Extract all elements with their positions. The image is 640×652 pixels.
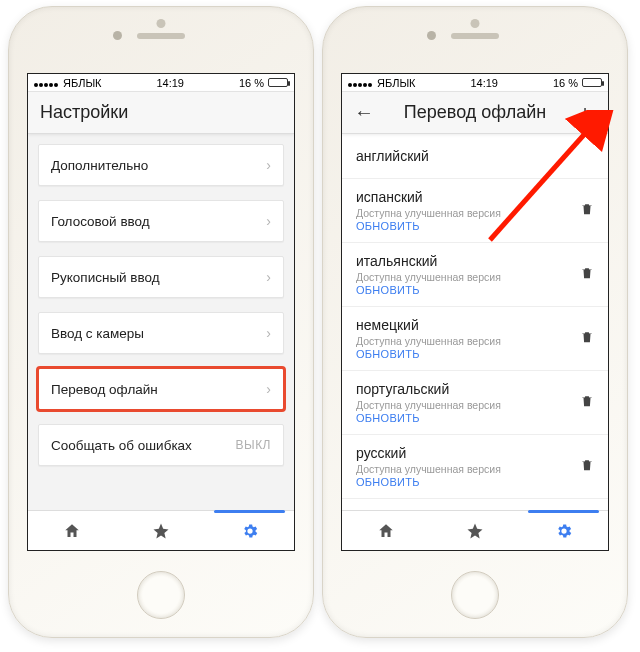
back-arrow-icon[interactable]: ← [354, 101, 376, 124]
home-button[interactable] [451, 571, 499, 619]
lang-item-italian[interactable]: итальянский Доступна улучшенная версия О… [342, 243, 608, 307]
add-language-button[interactable]: ＋ [574, 98, 596, 128]
home-button[interactable] [137, 571, 185, 619]
settings-item-label: Ввод с камеры [51, 326, 144, 341]
phone-left: ЯБЛЫК 14:19 16 % Настройки Дополнительно… [8, 6, 314, 638]
home-icon [63, 522, 81, 540]
settings-item-label: Голосовой ввод [51, 214, 150, 229]
battery-pct: 16 % [239, 77, 264, 89]
chevron-right-icon: › [266, 157, 271, 173]
lang-name: итальянский [356, 253, 501, 269]
nav-favorites[interactable] [431, 511, 520, 550]
settings-item-offline-translate[interactable]: Перевод офлайн › [38, 368, 284, 410]
lang-item-english[interactable]: английский [342, 134, 608, 179]
battery-icon [268, 78, 288, 87]
nav-settings[interactable] [205, 511, 294, 550]
settings-item-label: Сообщать об ошибках [51, 438, 192, 453]
nav-home[interactable] [342, 511, 431, 550]
lang-item-german[interactable]: немецкий Доступна улучшенная версия ОБНО… [342, 307, 608, 371]
signal-dots-icon [348, 77, 373, 89]
lang-name: английский [356, 148, 429, 164]
battery-pct: 16 % [553, 77, 578, 89]
header: Настройки [28, 92, 294, 134]
star-icon [466, 522, 484, 540]
bottom-nav [28, 510, 294, 550]
carrier-label: ЯБЛЫК [377, 77, 416, 89]
gear-icon [555, 522, 573, 540]
battery-icon [582, 78, 602, 87]
settings-item-label: Рукописный ввод [51, 270, 160, 285]
lang-subtitle: Доступна улучшенная версия [356, 271, 501, 283]
nav-settings[interactable] [519, 511, 608, 550]
signal-dots-icon [34, 77, 59, 89]
page-title: Настройки [40, 102, 282, 123]
phone-right: ЯБЛЫК 14:19 16 % ← Перевод офлайн ＋ англ… [322, 6, 628, 638]
status-time: 14:19 [156, 77, 184, 89]
update-link[interactable]: ОБНОВИТЬ [356, 348, 501, 360]
carrier-label: ЯБЛЫК [63, 77, 102, 89]
home-icon [377, 522, 395, 540]
status-time: 14:19 [470, 77, 498, 89]
trash-icon[interactable] [580, 329, 594, 348]
bottom-nav [342, 510, 608, 550]
update-link[interactable]: ОБНОВИТЬ [356, 220, 501, 232]
settings-item-label: Дополнительно [51, 158, 148, 173]
lang-item-russian[interactable]: русский Доступна улучшенная версия ОБНОВ… [342, 435, 608, 499]
chevron-right-icon: › [266, 213, 271, 229]
lang-name: испанский [356, 189, 501, 205]
settings-item-handwriting[interactable]: Рукописный ввод › [38, 256, 284, 298]
nav-home[interactable] [28, 511, 117, 550]
lang-subtitle: Доступна улучшенная версия [356, 463, 501, 475]
settings-item-label: Перевод офлайн [51, 382, 158, 397]
trash-icon[interactable] [580, 265, 594, 284]
settings-item-voice-input[interactable]: Голосовой ввод › [38, 200, 284, 242]
nav-favorites[interactable] [117, 511, 206, 550]
trash-icon[interactable] [580, 393, 594, 412]
settings-item-camera-input[interactable]: Ввод с камеры › [38, 312, 284, 354]
lang-subtitle: Доступна улучшенная версия [356, 335, 501, 347]
chevron-right-icon: › [266, 269, 271, 285]
trash-icon[interactable] [580, 201, 594, 220]
settings-item-report-errors[interactable]: Сообщать об ошибках ВЫКЛ [38, 424, 284, 466]
settings-item-additional[interactable]: Дополнительно › [38, 144, 284, 186]
toggle-status: ВЫКЛ [236, 438, 272, 452]
lang-subtitle: Доступна улучшенная версия [356, 207, 501, 219]
lang-item-spanish[interactable]: испанский Доступна улучшенная версия ОБН… [342, 179, 608, 243]
status-bar: ЯБЛЫК 14:19 16 % [342, 74, 608, 92]
lang-item-portuguese[interactable]: португальский Доступна улучшенная версия… [342, 371, 608, 435]
chevron-right-icon: › [266, 325, 271, 341]
star-icon [152, 522, 170, 540]
update-link[interactable]: ОБНОВИТЬ [356, 476, 501, 488]
lang-name: русский [356, 445, 501, 461]
lang-subtitle: Доступна улучшенная версия [356, 399, 501, 411]
trash-icon[interactable] [580, 457, 594, 476]
lang-name: немецкий [356, 317, 501, 333]
status-bar: ЯБЛЫК 14:19 16 % [28, 74, 294, 92]
lang-name: португальский [356, 381, 501, 397]
settings-list: Дополнительно › Голосовой ввод › Рукопис… [28, 134, 294, 510]
update-link[interactable]: ОБНОВИТЬ [356, 284, 501, 296]
chevron-right-icon: › [266, 381, 271, 397]
header: ← Перевод офлайн ＋ [342, 92, 608, 134]
page-title: Перевод офлайн [376, 102, 574, 123]
gear-icon [241, 522, 259, 540]
language-list: английский испанский Доступна улучшенная… [342, 134, 608, 510]
update-link[interactable]: ОБНОВИТЬ [356, 412, 501, 424]
